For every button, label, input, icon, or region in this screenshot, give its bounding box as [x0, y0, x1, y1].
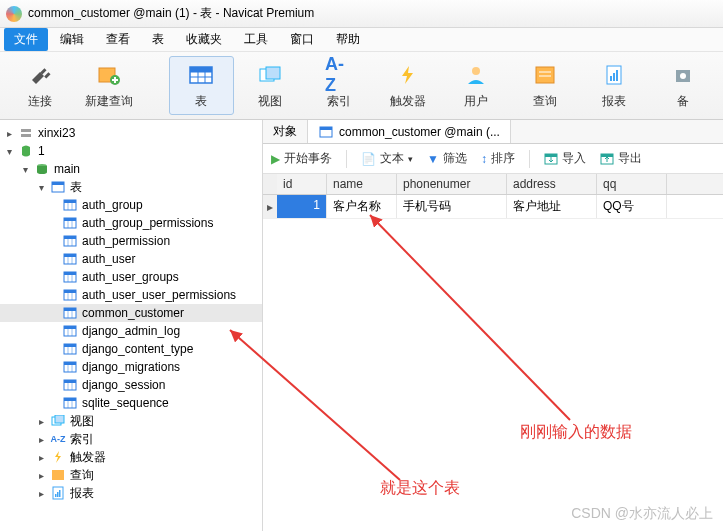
tree-table-item[interactable]: django_session — [0, 376, 262, 394]
cell[interactable]: 手机号码 — [397, 195, 507, 218]
tree-table-item[interactable]: sqlite_sequence — [0, 394, 262, 412]
query-icon — [50, 468, 66, 482]
svg-rect-44 — [64, 272, 76, 275]
menu-edit[interactable]: 编辑 — [50, 28, 94, 51]
cell[interactable]: 1 — [277, 195, 327, 218]
tree-triggers-folder[interactable]: ▸ 触发器 — [0, 448, 262, 466]
tree-table-item[interactable]: auth_permission — [0, 232, 262, 250]
tool-index[interactable]: A-Z 索引 — [307, 56, 372, 115]
tree-table-item[interactable]: auth_group_permissions — [0, 214, 262, 232]
begin-transaction-button[interactable]: ▶ 开始事务 — [271, 150, 332, 167]
sort-button[interactable]: ↕ 排序 — [481, 150, 515, 167]
tree-database[interactable]: ▾ 1 — [0, 142, 262, 160]
tool-backup[interactable]: 备 — [650, 56, 715, 115]
chevron-down-icon: ▾ — [20, 164, 30, 175]
menu-view[interactable]: 查看 — [96, 28, 140, 51]
index-icon: A-Z — [325, 61, 353, 89]
tree-table-item[interactable]: auth_user — [0, 250, 262, 268]
tree-indexes-folder[interactable]: ▸ A-Z 索引 — [0, 430, 262, 448]
tree-label: 触发器 — [70, 449, 106, 466]
object-tree[interactable]: ▸ xinxi23 ▾ 1 ▾ main ▾ 表 auth_groupauth_… — [0, 120, 263, 531]
tool-label: 连接 — [28, 93, 52, 110]
svg-rect-81 — [59, 490, 61, 497]
row-marker-header — [263, 174, 277, 194]
tree-label: auth_user_user_permissions — [82, 288, 236, 302]
export-icon — [600, 153, 614, 165]
tree-table-item[interactable]: auth_user_user_permissions — [0, 286, 262, 304]
cell[interactable]: QQ号 — [597, 195, 667, 218]
index-icon: A-Z — [50, 432, 66, 446]
tool-new-query[interactable]: 新建查询 — [77, 56, 142, 115]
tree-table-item[interactable]: common_customer — [0, 304, 262, 322]
tab-objects[interactable]: 对象 — [263, 120, 308, 143]
column-header[interactable]: qq — [597, 174, 667, 194]
table-icon — [187, 61, 215, 89]
svg-rect-9 — [190, 67, 212, 72]
tool-label: 备 — [677, 93, 689, 110]
svg-rect-64 — [64, 362, 76, 365]
table-icon — [62, 198, 78, 212]
table-icon — [62, 216, 78, 230]
chevron-right-icon: ▸ — [36, 452, 46, 463]
tree-label: auth_permission — [82, 234, 170, 248]
table-row[interactable]: ▸1客户名称手机号码客户地址QQ号 — [263, 195, 723, 219]
tree-tables-folder[interactable]: ▾ 表 — [0, 178, 262, 196]
menu-tools[interactable]: 工具 — [234, 28, 278, 51]
tree-reports-folder[interactable]: ▸ 报表 — [0, 484, 262, 502]
svg-rect-85 — [545, 154, 557, 157]
column-header[interactable]: name — [327, 174, 397, 194]
tree-table-item[interactable]: django_content_type — [0, 340, 262, 358]
tool-report[interactable]: 报表 — [582, 56, 647, 115]
cell[interactable]: 客户地址 — [507, 195, 597, 218]
menu-favorites[interactable]: 收藏夹 — [176, 28, 232, 51]
menu-window[interactable]: 窗口 — [280, 28, 324, 51]
tree-table-item[interactable]: auth_group — [0, 196, 262, 214]
filter-icon: ▼ — [427, 152, 439, 166]
tree-table-item[interactable]: django_admin_log — [0, 322, 262, 340]
svg-rect-13 — [536, 67, 554, 83]
tool-table[interactable]: 表 — [169, 56, 234, 115]
tree-main[interactable]: ▾ main — [0, 160, 262, 178]
tree-views-folder[interactable]: ▸ 视图 — [0, 412, 262, 430]
report-icon — [600, 61, 628, 89]
svg-rect-48 — [64, 290, 76, 293]
menu-file[interactable]: 文件 — [4, 28, 48, 51]
tool-view[interactable]: 视图 — [238, 56, 303, 115]
table-icon — [62, 306, 78, 320]
data-grid[interactable]: idnamephonenumeraddressqq ▸1客户名称手机号码客户地址… — [263, 174, 723, 531]
column-header[interactable]: address — [507, 174, 597, 194]
main-toolbar: 连接 新建查询 表 视图 A-Z 索引 触发器 用户 查询 报表 备 — [0, 52, 723, 120]
filter-button[interactable]: ▼ 筛选 — [427, 150, 467, 167]
import-button[interactable]: 导入 — [544, 150, 586, 167]
plug-icon — [26, 61, 54, 89]
cell[interactable]: 客户名称 — [327, 195, 397, 218]
table-toolbar: ▶ 开始事务 📄 文本 ▾ ▼ 筛选 ↕ 排序 导入 — [263, 144, 723, 174]
tree-connection[interactable]: ▸ xinxi23 — [0, 124, 262, 142]
title-bar: common_customer @main (1) - 表 - Navicat … — [0, 0, 723, 28]
svg-rect-68 — [64, 380, 76, 383]
menu-help[interactable]: 帮助 — [326, 28, 370, 51]
tree-queries-folder[interactable]: ▸ 查询 — [0, 466, 262, 484]
tool-trigger[interactable]: 触发器 — [375, 56, 440, 115]
tool-query[interactable]: 查询 — [513, 56, 578, 115]
tool-label: 用户 — [464, 93, 488, 110]
text-button[interactable]: 📄 文本 ▾ — [361, 150, 413, 167]
column-header[interactable]: id — [277, 174, 327, 194]
svg-rect-23 — [21, 134, 31, 137]
tab-current-table[interactable]: common_customer @main (... — [308, 120, 511, 143]
tool-user[interactable]: 用户 — [444, 56, 509, 115]
tool-connect[interactable]: 连接 — [8, 56, 73, 115]
menu-table[interactable]: 表 — [142, 28, 174, 51]
tree-table-item[interactable]: django_migrations — [0, 358, 262, 376]
chevron-right-icon: ▸ — [4, 128, 14, 139]
chevron-down-icon: ▾ — [36, 182, 46, 193]
sort-icon: ↕ — [481, 152, 487, 166]
svg-rect-76 — [55, 415, 64, 423]
tree-table-item[interactable]: auth_user_groups — [0, 268, 262, 286]
table-icon — [62, 360, 78, 374]
database-icon — [34, 162, 50, 176]
svg-rect-60 — [64, 344, 76, 347]
tree-label: 表 — [70, 179, 82, 196]
export-button[interactable]: 导出 — [600, 150, 642, 167]
column-header[interactable]: phonenumer — [397, 174, 507, 194]
